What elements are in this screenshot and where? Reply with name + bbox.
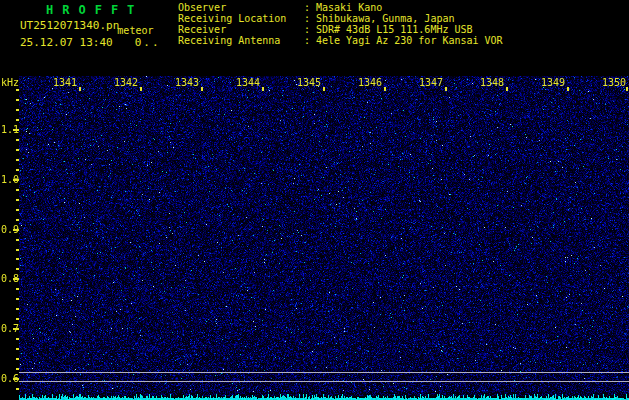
freq-minor-tick xyxy=(16,288,19,290)
spectrogram-canvas xyxy=(19,76,629,400)
info-row-antenna: Receiving Antenna:4ele Yagi Az 230 for K… xyxy=(178,35,503,46)
time-tick xyxy=(323,87,325,91)
time-tick-label: 1344 xyxy=(236,77,260,88)
freq-minor-tick xyxy=(16,338,19,340)
freq-minor-tick xyxy=(16,368,19,370)
freq-minor-tick xyxy=(16,318,19,320)
freq-minor-tick xyxy=(16,109,19,111)
info-row-receiver: Receiver:SDR# 43dB L15 111.6MHz USB xyxy=(178,24,503,35)
observer-value: Masaki Kano xyxy=(316,2,382,13)
status-counter: 0.. xyxy=(135,36,161,49)
freq-tick-label: 1.0 xyxy=(1,174,21,185)
time-tick xyxy=(567,87,569,91)
time-tick-label: 1346 xyxy=(358,77,382,88)
file-name: UT2512071340.pn xyxy=(20,19,119,32)
antenna-value: 4ele Yagi Az 230 for Kansai VOR xyxy=(316,35,503,46)
time-tick xyxy=(262,87,264,91)
app-title: HROFFT xyxy=(46,3,143,17)
time-tick-label: 1341 xyxy=(53,77,77,88)
freq-tick-label: 0.6 xyxy=(1,373,21,384)
time-tick-label: 1350 xyxy=(602,77,626,88)
time-tick-label: 1345 xyxy=(297,77,321,88)
freq-minor-tick xyxy=(16,149,19,151)
freq-minor-tick xyxy=(16,189,19,191)
time-tick xyxy=(79,87,81,91)
time-tick-label: 1343 xyxy=(175,77,199,88)
datetime: 25.12.07 13:40 xyxy=(20,36,113,49)
freq-minor-tick xyxy=(16,139,19,141)
time-tick xyxy=(384,87,386,91)
location-value: Shibukawa, Gunma, Japan xyxy=(316,13,454,24)
freq-minor-tick xyxy=(16,358,19,360)
freq-minor-tick xyxy=(16,308,19,310)
station-info: Observer:Masaki Kano Receiving Location:… xyxy=(178,2,503,46)
freq-tick-label: 0.9 xyxy=(1,224,21,235)
time-tick xyxy=(201,87,203,91)
info-row-location: Receiving Location:Shibukawa, Gunma, Jap… xyxy=(178,13,503,24)
freq-minor-tick xyxy=(16,249,19,251)
hrofft-screen: HROFFT UT2512071340.pnmeteor 25.12.07 13… xyxy=(0,0,629,400)
freq-minor-tick xyxy=(16,169,19,171)
freq-minor-tick xyxy=(16,199,19,201)
freq-tick-label: 1.1 xyxy=(1,124,21,135)
freq-minor-tick xyxy=(16,268,19,270)
time-tick xyxy=(445,87,447,91)
file-line: UT2512071340.pnmeteor xyxy=(20,19,153,32)
date-line: 25.12.07 13:400.. xyxy=(20,36,161,49)
freq-minor-tick xyxy=(16,258,19,260)
time-tick-label: 1347 xyxy=(419,77,443,88)
file-label-meteor: meteor xyxy=(117,25,153,36)
freq-minor-tick xyxy=(16,159,19,161)
freq-minor-tick xyxy=(16,298,19,300)
freq-minor-tick xyxy=(16,119,19,121)
freq-minor-tick xyxy=(16,219,19,221)
time-tick xyxy=(140,87,142,91)
freq-minor-tick xyxy=(16,348,19,350)
time-tick xyxy=(626,87,628,91)
receiver-value: SDR# 43dB L15 111.6MHz USB xyxy=(316,24,473,35)
freq-minor-tick xyxy=(16,239,19,241)
time-tick-label: 1348 xyxy=(480,77,504,88)
time-tick-label: 1342 xyxy=(114,77,138,88)
freq-minor-tick xyxy=(16,99,19,101)
freq-tick-label: 0.7 xyxy=(1,323,21,334)
freq-minor-tick xyxy=(16,388,19,390)
freq-tick-label: 0.8 xyxy=(1,273,21,284)
freq-minor-tick xyxy=(16,89,19,91)
info-row-observer: Observer:Masaki Kano xyxy=(178,2,503,13)
time-tick-label: 1349 xyxy=(541,77,565,88)
time-tick xyxy=(506,87,508,91)
freq-minor-tick xyxy=(16,209,19,211)
freq-axis-unit: kHz xyxy=(1,77,19,88)
